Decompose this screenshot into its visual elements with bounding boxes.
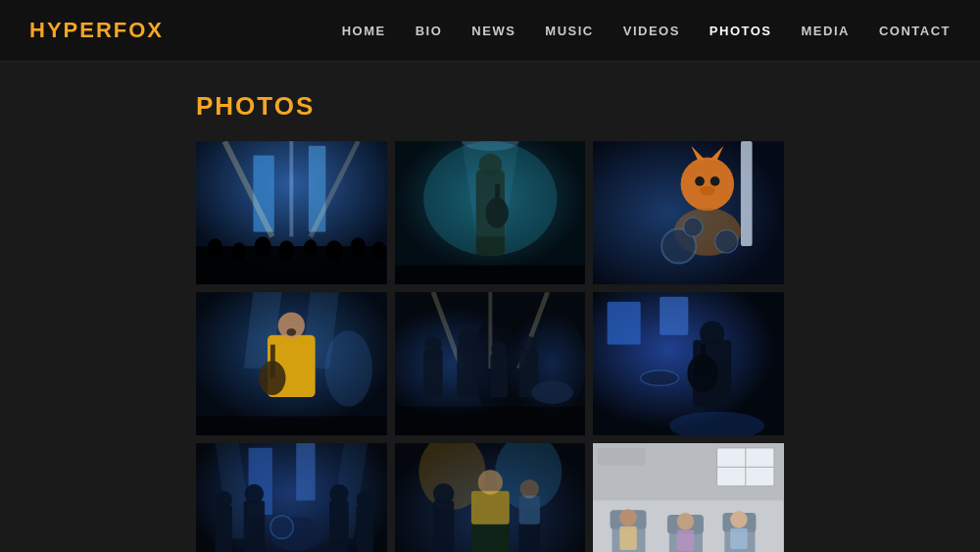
svg-point-9 bbox=[232, 242, 246, 260]
svg-rect-46 bbox=[270, 345, 275, 378]
svg-rect-120 bbox=[677, 530, 695, 551]
nav-link-contact[interactable]: CONTACT bbox=[879, 24, 951, 38]
svg-rect-86 bbox=[329, 500, 348, 552]
svg-rect-68 bbox=[608, 302, 641, 345]
svg-point-12 bbox=[304, 239, 318, 257]
svg-rect-65 bbox=[395, 407, 586, 435]
svg-rect-97 bbox=[433, 500, 454, 552]
svg-point-64 bbox=[531, 381, 573, 404]
nav-link-photos[interactable]: PHOTOS bbox=[710, 24, 772, 38]
svg-point-38 bbox=[684, 218, 703, 236]
nav-item-news: NEWS bbox=[471, 22, 515, 39]
svg-point-71 bbox=[700, 321, 724, 345]
svg-point-13 bbox=[325, 240, 343, 261]
svg-point-11 bbox=[279, 240, 295, 259]
svg-point-83 bbox=[215, 491, 232, 509]
nav-item-media: MEDIA bbox=[802, 22, 850, 39]
svg-point-29 bbox=[681, 158, 735, 212]
svg-rect-58 bbox=[457, 345, 477, 398]
svg-rect-112 bbox=[598, 448, 646, 466]
nav-links: HOMEBIONEWSMUSICVIDEOSPHOTOSMEDIACONTACT bbox=[342, 22, 951, 39]
nav-item-photos: PHOTOS bbox=[710, 22, 772, 39]
photo-item-3[interactable] bbox=[593, 141, 784, 284]
svg-rect-84 bbox=[244, 500, 265, 552]
svg-rect-79 bbox=[296, 443, 315, 500]
svg-point-32 bbox=[695, 176, 705, 186]
photo-item-2[interactable] bbox=[395, 141, 586, 284]
nav-link-news[interactable]: NEWS bbox=[471, 24, 515, 38]
photo-grid bbox=[196, 141, 784, 552]
svg-point-61 bbox=[491, 342, 507, 358]
main-content: PHOTOS bbox=[0, 62, 980, 552]
svg-rect-48 bbox=[196, 417, 387, 435]
logo-prefix: HYPER bbox=[29, 18, 114, 42]
svg-point-98 bbox=[433, 483, 454, 504]
nav-link-media[interactable]: MEDIA bbox=[802, 24, 850, 38]
svg-point-10 bbox=[254, 236, 271, 257]
nav-item-home: HOME bbox=[342, 22, 386, 39]
svg-point-89 bbox=[357, 491, 374, 509]
page-title: PHOTOS bbox=[196, 91, 784, 122]
svg-rect-28 bbox=[741, 141, 753, 246]
svg-point-37 bbox=[715, 230, 738, 253]
svg-rect-69 bbox=[660, 297, 688, 335]
svg-point-34 bbox=[700, 186, 715, 196]
svg-rect-82 bbox=[215, 505, 232, 552]
nav-item-videos: VIDEOS bbox=[623, 22, 680, 39]
svg-point-87 bbox=[329, 484, 348, 503]
svg-rect-124 bbox=[730, 528, 748, 549]
svg-point-123 bbox=[730, 511, 748, 528]
svg-point-115 bbox=[620, 509, 638, 527]
svg-rect-116 bbox=[620, 527, 638, 550]
photo-item-7[interactable] bbox=[196, 443, 387, 552]
nav-link-music[interactable]: MUSIC bbox=[545, 24, 593, 38]
svg-rect-25 bbox=[395, 266, 586, 284]
svg-rect-60 bbox=[490, 354, 508, 397]
svg-rect-104 bbox=[518, 496, 539, 525]
nav-link-videos[interactable]: VIDEOS bbox=[623, 24, 680, 38]
nav-link-bio[interactable]: BIO bbox=[416, 24, 443, 38]
logo-suffix: FOX bbox=[114, 18, 164, 42]
svg-point-102 bbox=[519, 479, 538, 498]
svg-rect-73 bbox=[701, 345, 706, 374]
svg-point-57 bbox=[424, 336, 442, 354]
logo[interactable]: HYPERFOX bbox=[29, 18, 164, 43]
svg-rect-88 bbox=[357, 505, 374, 552]
photo-item-4[interactable] bbox=[196, 292, 387, 435]
svg-point-14 bbox=[351, 237, 367, 256]
photo-item-8[interactable] bbox=[395, 443, 586, 552]
svg-point-47 bbox=[286, 328, 296, 336]
photo-item-1[interactable] bbox=[196, 141, 387, 284]
nav-item-contact: CONTACT bbox=[879, 22, 951, 39]
nav-item-music: MUSIC bbox=[545, 22, 593, 39]
svg-point-91 bbox=[270, 516, 293, 538]
svg-rect-103 bbox=[471, 491, 510, 525]
svg-point-49 bbox=[324, 330, 372, 407]
svg-point-15 bbox=[372, 241, 386, 259]
navigation: HYPERFOX HOMEBIONEWSMUSICVIDEOSPHOTOSMED… bbox=[0, 0, 980, 62]
nav-item-bio: BIO bbox=[416, 22, 443, 39]
svg-rect-56 bbox=[423, 349, 442, 397]
svg-point-59 bbox=[458, 329, 476, 348]
photo-item-6[interactable] bbox=[593, 292, 784, 435]
svg-point-74 bbox=[641, 371, 679, 386]
svg-point-119 bbox=[677, 513, 695, 530]
svg-point-33 bbox=[710, 176, 720, 186]
nav-link-home[interactable]: HOME bbox=[342, 24, 386, 38]
photo-item-9[interactable] bbox=[593, 443, 784, 552]
photo-item-5[interactable] bbox=[395, 292, 586, 435]
svg-point-85 bbox=[245, 484, 264, 503]
svg-point-63 bbox=[519, 336, 537, 354]
svg-point-8 bbox=[208, 238, 223, 257]
